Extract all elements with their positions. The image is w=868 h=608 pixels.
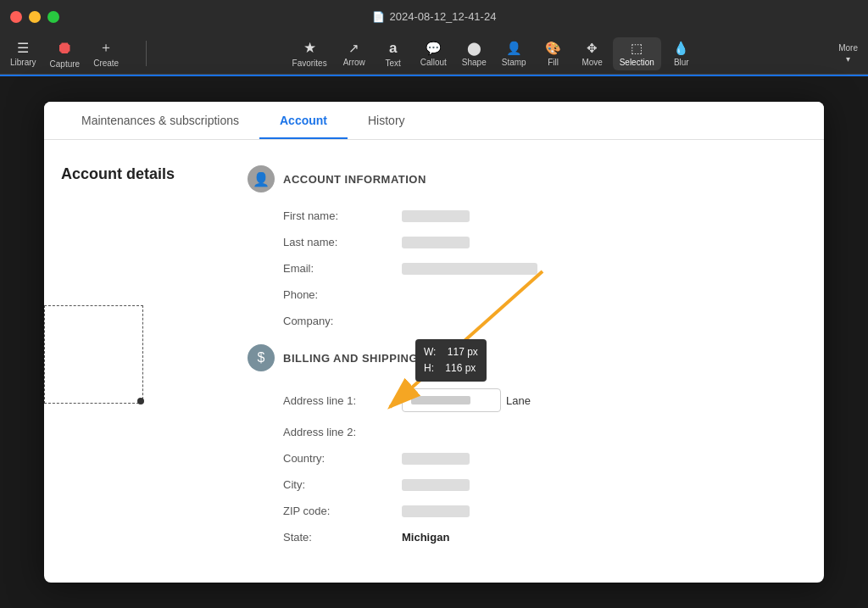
country-row: Country: [248, 452, 807, 465]
last-name-row: Last name: [248, 236, 807, 248]
tab-history-label: History [368, 114, 405, 127]
tab-account-label: Account [280, 114, 327, 127]
company-label: Company: [283, 315, 402, 327]
blur-label: Blur [674, 58, 689, 67]
country-value [402, 453, 470, 465]
titlebar-top: 📄 2024-08-12_12-41-24 [0, 0, 868, 34]
file-icon: 📄 [372, 11, 385, 23]
stamp-icon: 👤 [506, 41, 522, 56]
phone-row: Phone: [248, 288, 807, 301]
tab-history[interactable]: History [348, 102, 426, 139]
fill-tool[interactable]: 🎨 Fill [535, 37, 572, 70]
toolbar-tools: ★ Favorites ↗ Arrow a Text 💬 Callout ⬤ S… [157, 36, 828, 71]
favorites-label: Favorites [292, 59, 327, 68]
tab-maintenance[interactable]: Maintenances & subscriptions [61, 102, 259, 139]
toolbar-divider [146, 41, 147, 66]
text-tool[interactable]: a Text [375, 36, 412, 71]
library-label: Library [10, 58, 36, 67]
selection-icon: ⬚ [631, 41, 643, 56]
billing-section-header: $ BILLING AND SHIPPING ADDRESS [248, 344, 807, 371]
city-value [402, 479, 470, 491]
width-value: 117 px [448, 346, 478, 358]
fill-label: Fill [548, 58, 559, 67]
arrow-label: Arrow [343, 58, 365, 67]
company-row: Company: [248, 315, 807, 327]
email-value [402, 263, 537, 275]
chevron-down-icon: ▾ [846, 54, 850, 64]
billing-section: $ BILLING AND SHIPPING ADDRESS Address l… [248, 344, 807, 544]
create-icon: ＋ [99, 39, 113, 57]
toolbar-left: ☰ Library ⏺ Capture ＋ Create [10, 38, 119, 69]
address1-row: Address line 1: Lane [248, 388, 807, 412]
first-name-value [402, 210, 470, 222]
close-button[interactable] [10, 11, 22, 23]
address1-input[interactable] [402, 388, 501, 412]
city-label: City: [283, 478, 402, 491]
maximize-button[interactable] [47, 11, 59, 23]
height-row: H: 116 px [424, 360, 478, 377]
state-value: Michigan [402, 531, 449, 544]
callout-label: Callout [420, 58, 447, 67]
width-row: W: 117 px [424, 344, 478, 360]
address2-row: Address line 2: [248, 426, 807, 438]
window-title: 📄 2024-08-12_12-41-24 [372, 10, 497, 23]
width-label: W: [424, 346, 436, 358]
tab-maintenance-label: Maintenances & subscriptions [81, 114, 239, 127]
callout-tool[interactable]: 💬 Callout [414, 37, 453, 70]
fill-icon: 🎨 [545, 41, 561, 56]
first-name-label: First name: [283, 209, 402, 222]
email-label: Email: [283, 262, 402, 275]
first-name-row: First name: [248, 209, 807, 222]
create-button[interactable]: ＋ Create [93, 39, 119, 68]
more-label: More [838, 43, 858, 53]
more-button[interactable]: More ▾ [838, 43, 858, 64]
capture-icon: ⏺ [56, 38, 73, 58]
text-icon: a [389, 40, 397, 57]
country-label: Country: [283, 452, 402, 465]
address2-label: Address line 2: [283, 426, 402, 438]
arrow-tool[interactable]: ↗ Arrow [336, 37, 373, 70]
zip-row: ZIP code: [248, 505, 807, 517]
zip-label: ZIP code: [283, 505, 402, 517]
callout-icon: 💬 [426, 41, 442, 56]
dimension-tooltip: W: 117 px H: 116 px [415, 339, 487, 382]
text-label: Text [386, 59, 401, 68]
main-content: 👤 ACCOUNT INFORMATION First name: Last n… [231, 165, 824, 557]
minimize-button[interactable] [29, 11, 41, 23]
library-button[interactable]: ☰ Library [10, 40, 36, 67]
move-icon: ✥ [587, 41, 598, 56]
blur-icon: 💧 [673, 41, 689, 56]
account-info-section-header: 👤 ACCOUNT INFORMATION [248, 165, 807, 192]
address1-label: Address line 1: [283, 394, 402, 407]
address1-blurred [411, 396, 470, 404]
account-details-heading: Account details [61, 165, 214, 183]
account-info-icon: 👤 [248, 165, 275, 192]
tab-account[interactable]: Account [259, 102, 348, 139]
state-label: State: [283, 531, 402, 544]
city-row: City: [248, 478, 807, 491]
selection-drag-handle[interactable] [137, 398, 144, 404]
zip-value [402, 505, 470, 517]
toolbar: ☰ Library ⏺ Capture ＋ Create ★ Favorites… [0, 34, 868, 74]
last-name-label: Last name: [283, 236, 402, 248]
state-row: State: Michigan [248, 531, 807, 544]
selection-label: Selection [620, 58, 654, 67]
stamp-tool[interactable]: 👤 Stamp [495, 37, 533, 70]
height-label: H: [424, 362, 434, 374]
main-area: Maintenances & subscriptions Account His… [0, 76, 868, 608]
stamp-label: Stamp [502, 58, 526, 67]
blur-tool[interactable]: 💧 Blur [663, 37, 700, 70]
menu-icon: ☰ [17, 40, 29, 56]
shape-label: Shape [462, 58, 487, 67]
titlebar: 📄 2024-08-12_12-41-24 ☰ Library ⏺ Captur… [0, 0, 868, 75]
shape-tool[interactable]: ⬤ Shape [455, 37, 493, 70]
window-controls [10, 11, 59, 23]
favorites-tool[interactable]: ★ Favorites [286, 36, 334, 71]
left-sidebar: Account details [44, 165, 231, 557]
capture-label: Capture [50, 59, 81, 69]
address1-suffix: Lane [506, 394, 531, 407]
move-tool[interactable]: ✥ Move [574, 37, 611, 70]
star-icon: ★ [303, 39, 316, 57]
selection-tool[interactable]: ⬚ Selection [613, 37, 661, 70]
capture-button[interactable]: ⏺ Capture [50, 38, 81, 69]
